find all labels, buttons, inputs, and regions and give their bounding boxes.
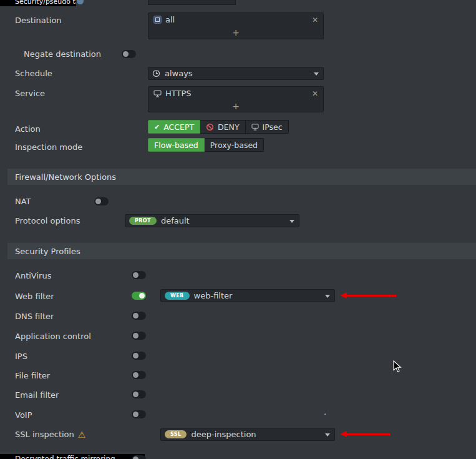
deny-icon [206, 123, 214, 131]
add-destination-button[interactable]: + [148, 26, 323, 38]
profile-label-ips: IPS [15, 352, 27, 361]
schedule-clock-icon [152, 69, 160, 77]
service-entry[interactable]: HTTPS ✕ [148, 87, 323, 100]
address-icon [153, 16, 162, 24]
add-service-button[interactable]: + [148, 100, 323, 112]
negate-destination-label: Negate destination [24, 49, 101, 59]
action-deny-button[interactable]: DENY [200, 120, 246, 134]
inspection-mode-buttons: Flow-based Proxy-based [148, 138, 264, 152]
info-icon [77, 0, 84, 4]
annotation-arrow-ssl-inspection [340, 430, 390, 438]
ssl-inspection-select[interactable]: SSL deep-inspection [160, 428, 335, 441]
service-label: Service [15, 89, 45, 98]
web-filter-badge: WEB [165, 292, 190, 300]
chevron-down-icon [289, 220, 294, 223]
protocol-options-value: default [161, 216, 190, 225]
toggle-negate-destination[interactable] [122, 50, 136, 58]
clipped-top-input[interactable] [148, 0, 236, 5]
clipped-top-label: Security/pseudo tag [15, 0, 76, 6]
nat-label: NAT [15, 197, 31, 206]
policy-edit-panel: Security/pseudo tag Destination all ✕ + … [0, 0, 476, 459]
schedule-value: always [165, 69, 193, 78]
toggle-email-filter[interactable] [132, 390, 146, 398]
destination-entry[interactable]: all ✕ [148, 13, 323, 26]
web-filter-select[interactable]: WEB web-filter [160, 289, 335, 302]
toggle-ips[interactable] [132, 352, 146, 360]
toggle-application-control[interactable] [132, 332, 146, 340]
inspection-flow-based-button[interactable]: Flow-based [148, 138, 205, 152]
toggle-file-filter[interactable] [132, 371, 146, 379]
ssl-inspection-row: SSL inspection ⚠ [15, 430, 85, 439]
profile-label-file-filter: File filter [15, 371, 50, 380]
remove-icon[interactable]: ✕ [312, 16, 318, 24]
section-header-firewall-network-options: Firewall/Network Options [7, 169, 476, 185]
toggle-voip[interactable] [132, 410, 146, 418]
web-filter-value: web-filter [194, 291, 233, 300]
action-accept-button[interactable]: ✔ ACCEPT [148, 120, 200, 134]
ssl-inspection-label: SSL inspection [15, 430, 74, 439]
ssl-badge: SSL [165, 430, 187, 438]
toggle-decrypted-traffic-mirroring[interactable] [132, 455, 146, 459]
profile-label-application-control: Application control [15, 332, 91, 341]
protocol-badge: PROT [129, 217, 157, 225]
profile-label-voip: VoIP [15, 410, 32, 420]
protocol-options-select[interactable]: PROT default [125, 214, 299, 227]
toggle-web-filter[interactable] [132, 292, 146, 300]
destination-box: all ✕ + [148, 12, 324, 39]
remove-icon[interactable]: ✕ [312, 90, 318, 97]
warning-icon: ⚠ [78, 430, 86, 439]
clipped-top-row: Security/pseudo tag [0, 0, 76, 6]
service-entry-label: HTTPS [165, 89, 192, 98]
section-header-security-profiles: Security Profiles [7, 243, 476, 259]
mouse-cursor [393, 360, 402, 373]
inspection-proxy-based-button[interactable]: Proxy-based [205, 138, 264, 152]
annotation-arrow-web-filter [340, 292, 396, 299]
profile-label-antivirus: AntiVirus [15, 271, 51, 280]
chevron-down-icon [325, 295, 330, 298]
service-icon [153, 90, 162, 97]
destination-label: Destination [15, 16, 62, 25]
action-label: Action [15, 124, 41, 134]
ssl-inspection-value: deep-inspection [191, 430, 256, 439]
toggle-nat[interactable] [94, 197, 109, 205]
toggle-antivirus[interactable] [132, 271, 146, 279]
profile-label-email-filter: Email filter [15, 390, 59, 400]
service-box: HTTPS ✕ + [148, 86, 324, 112]
profile-label-dns-filter: DNS filter [15, 312, 54, 321]
check-icon: ✔ [154, 123, 160, 131]
clipped-bottom-label: Decrypted traffic mirroring [15, 455, 145, 459]
destination-entry-label: all [165, 15, 175, 24]
ipsec-monitor-icon [251, 124, 259, 131]
chevron-down-icon [314, 72, 319, 76]
schedule-select[interactable]: always [148, 67, 324, 80]
action-buttons: ✔ ACCEPT DENY IPsec [148, 120, 289, 134]
inspection-mode-label: Inspection mode [15, 142, 82, 152]
stray-dot: . [324, 407, 326, 417]
toggle-dns-filter[interactable] [132, 312, 146, 320]
protocol-options-label: Protocol options [15, 216, 80, 225]
schedule-label: Schedule [15, 69, 52, 78]
profile-label-web-filter: Web filter [15, 292, 54, 301]
clipped-bottom-row: Decrypted traffic mirroring [0, 454, 145, 459]
chevron-down-icon [325, 433, 330, 437]
action-ipsec-button[interactable]: IPsec [246, 120, 289, 134]
